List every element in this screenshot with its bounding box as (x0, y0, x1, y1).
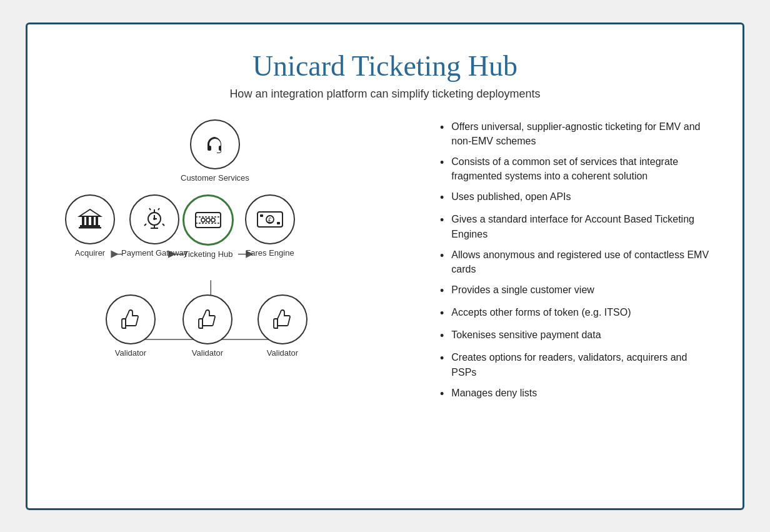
bullet-item-4: Gives a standard interface for Account B… (440, 212, 711, 241)
svg-point-11 (206, 218, 210, 222)
svg-rect-18 (80, 225, 100, 227)
bullet-item-6: Provides a single customer view (440, 283, 711, 299)
circle-payment-gateway (129, 194, 179, 244)
svg-rect-19 (79, 227, 101, 229)
node-acquirer: Acquirer (65, 194, 115, 258)
circle-acquirer (65, 194, 115, 244)
svg-rect-9 (196, 213, 221, 228)
circle-ticketing-hub (182, 194, 234, 246)
validator1-label: Validator (115, 348, 146, 358)
feature-list: Offers universal, supplier-agnostic tick… (440, 119, 711, 402)
customer-services-label: Customer Services (181, 173, 249, 183)
svg-rect-15 (86, 216, 89, 225)
circle-fares-engine: £ (245, 194, 295, 244)
bullet-item-8: Tokenises sensitive payment data (440, 328, 711, 344)
svg-rect-17 (96, 216, 98, 225)
svg-line-22 (149, 208, 151, 210)
svg-line-23 (158, 208, 159, 210)
svg-rect-34 (260, 214, 263, 217)
circle-customer-services (190, 119, 240, 169)
node-customer-services: Customer Services (181, 119, 249, 183)
header: Unicard Ticketing Hub How an integration… (59, 49, 711, 101)
node-validator2: Validator (182, 294, 232, 358)
bullet-item-2: Consists of a common set of services tha… (440, 154, 711, 183)
circle-validator2 (182, 294, 232, 344)
circle-validator3 (258, 294, 308, 344)
page-title: Unicard Ticketing Hub (59, 49, 711, 83)
bullet-item-9: Creates options for readers, validators,… (440, 350, 711, 379)
node-validator3: Validator (258, 294, 308, 358)
content-area: Customer Services (59, 119, 711, 489)
fares-engine-label: Fares Engine (246, 248, 294, 258)
svg-text:£: £ (268, 217, 272, 224)
svg-line-27 (144, 224, 146, 226)
svg-rect-14 (82, 216, 84, 225)
node-validator1: Validator (106, 294, 156, 358)
circle-validator1 (106, 294, 156, 344)
acquirer-label: Acquirer (75, 248, 105, 258)
ticketing-hub-label: Ticketing Hub (184, 249, 233, 259)
svg-line-28 (162, 224, 164, 226)
bullet-item-3: Uses published, open APIs (440, 189, 711, 206)
bullet-list-panel: Offers universal, supplier-agnostic tick… (434, 119, 711, 489)
bullet-item-1: Offers universal, supplier-agnostic tick… (440, 119, 711, 148)
svg-point-10 (201, 218, 205, 222)
payment-gateway-label: Payment Gateway (121, 248, 188, 258)
svg-point-12 (211, 218, 215, 222)
diagram-inner: Customer Services (59, 119, 415, 489)
node-ticketing-hub: Ticketing Hub (182, 194, 234, 259)
bullet-item-5: Allows anonymous and registered use of c… (440, 248, 711, 276)
bullet-item-7: Accepts other forms of token (e.g. ITSO) (440, 305, 711, 321)
node-fares-engine: £ Fares Engine (245, 194, 295, 258)
page-subtitle: How an integration platform can simplify… (59, 88, 711, 101)
main-card: Unicard Ticketing Hub How an integration… (26, 23, 744, 510)
validator2-label: Validator (192, 348, 223, 358)
diagram-panel: Customer Services (59, 119, 415, 489)
svg-rect-16 (91, 216, 94, 225)
svg-point-26 (153, 218, 156, 220)
node-payment-gateway: Payment Gateway (121, 194, 188, 258)
svg-rect-35 (277, 222, 280, 224)
bullet-item-10: Manages deny lists (440, 386, 711, 402)
validator3-label: Validator (267, 348, 298, 358)
svg-marker-13 (79, 209, 101, 216)
